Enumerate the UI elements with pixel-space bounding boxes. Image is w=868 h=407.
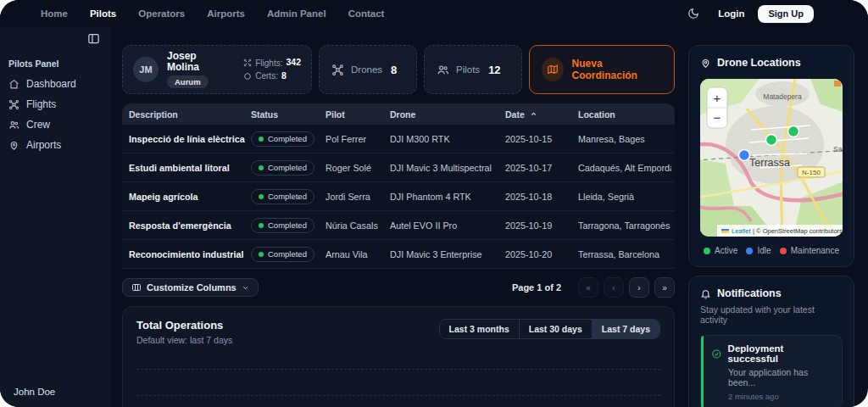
- sidebar-item-label: Airports: [26, 139, 61, 151]
- map-legend: Active Idle Maintenance: [700, 246, 843, 255]
- col-location[interactable]: Location: [575, 109, 671, 120]
- signup-button[interactable]: Sign Up: [758, 5, 814, 23]
- range-last-7-days[interactable]: Last 7 days: [592, 320, 659, 338]
- new-coordination-button[interactable]: Nueva Coordinación: [529, 45, 675, 94]
- operations-table: Description Status Pilot Drone Date Loca…: [122, 103, 675, 269]
- svg-text:N-150: N-150: [802, 169, 821, 176]
- people-icon: [437, 64, 449, 76]
- certs-value: 8: [281, 70, 287, 83]
- status-badge: Completed: [251, 160, 314, 176]
- home-icon: [8, 79, 19, 90]
- sidebar-item-dashboard[interactable]: Dashboard: [0, 74, 110, 94]
- col-status[interactable]: Status: [248, 109, 322, 120]
- pagination-last-button[interactable]: »: [654, 277, 675, 298]
- table-header: Description Status Pilot Drone Date Loca…: [122, 103, 675, 125]
- legend-item-maintenance: Maintenance: [780, 246, 839, 255]
- map[interactable]: Matadepera Terrassa Sant J N-150: [700, 79, 843, 237]
- right-column: Drone Locations: [688, 27, 868, 407]
- sidebar-item-flights[interactable]: Flights: [0, 94, 110, 114]
- certs-label: Certs:: [255, 70, 278, 82]
- sort-asc-icon: [530, 110, 537, 118]
- range-selector: Last 3 months Last 30 days Last 7 days: [439, 319, 660, 339]
- nav-item-airports[interactable]: Airports: [207, 8, 245, 19]
- chart-title: Total Operations: [136, 319, 232, 332]
- drone-locations-title: Drone Locations: [717, 57, 801, 69]
- nav-item-pilots[interactable]: Pilots: [90, 8, 116, 19]
- drones-value: 8: [391, 64, 397, 76]
- notifications-card: Notifications Stay updated with your lat…: [688, 276, 854, 407]
- login-link[interactable]: Login: [718, 8, 744, 19]
- columns-icon: [131, 282, 142, 293]
- flights-label: Flights:: [255, 57, 282, 70]
- status-badge: Completed: [251, 247, 314, 262]
- table-row[interactable]: Mapeig agrícola Completed Jordi Serra DJ…: [122, 182, 675, 211]
- operations-area-chart: [136, 382, 662, 407]
- table-row[interactable]: Resposta d'emergència Completed Núria Ca…: [122, 211, 675, 240]
- sidebar: Pilots Panel Dashboard Flights Crew Airp…: [0, 27, 110, 407]
- flights-value: 342: [286, 56, 301, 70]
- drones-stat-card: Drones 8: [319, 45, 417, 94]
- pagination-first-button[interactable]: «: [578, 277, 598, 298]
- notifications-title: Notifications: [717, 287, 782, 299]
- total-operations-card: Total Operations Default view: last 7 da…: [122, 306, 675, 407]
- pilots-label: Pilots: [456, 64, 480, 75]
- idle-dot: [746, 248, 753, 254]
- drone-marker-idle[interactable]: [739, 150, 750, 161]
- pagination-prev-button[interactable]: ‹: [604, 277, 624, 298]
- nav-item-home[interactable]: Home: [41, 8, 68, 19]
- status-badge: Completed: [251, 218, 314, 233]
- range-last-3-months[interactable]: Last 3 months: [440, 320, 519, 338]
- certs-icon: [243, 72, 252, 81]
- col-drone[interactable]: Drone: [387, 109, 502, 120]
- col-pilot[interactable]: Pilot: [322, 109, 387, 120]
- notification-item[interactable]: Deployment successful Your application h…: [700, 335, 843, 407]
- col-date[interactable]: Date: [502, 109, 575, 120]
- range-last-30-days[interactable]: Last 30 days: [519, 320, 592, 338]
- active-dot: [704, 248, 710, 254]
- pilots-value: 12: [488, 64, 500, 76]
- bell-icon: [700, 288, 711, 299]
- map-label-city: Terrassa: [749, 157, 790, 169]
- status-badge: Completed: [251, 131, 314, 147]
- status-badge: Completed: [251, 189, 314, 204]
- chart-gridline: [136, 369, 660, 370]
- top-navigation: Home Pilots Operators Airports Admin Pan…: [0, 0, 868, 27]
- drone-marker-active[interactable]: [766, 135, 777, 146]
- drone-marker-active[interactable]: [788, 126, 799, 137]
- sidebar-toggle-icon[interactable]: [87, 32, 100, 45]
- map-attribution: Leaflet | © OpenStreetMap contributors: [717, 225, 843, 237]
- table-row[interactable]: Reconocimiento industrial Completed Arna…: [122, 240, 675, 269]
- tier-badge: Aurum: [167, 75, 209, 88]
- drone-locations-card: Drone Locations: [688, 45, 854, 267]
- drone-icon: [331, 64, 344, 76]
- avatar: JM: [133, 57, 159, 82]
- map-zoom-controls[interactable]: + −: [707, 87, 727, 128]
- legend-item-active: Active: [704, 246, 737, 255]
- map-label-partial: Sant J: [833, 145, 843, 153]
- drones-label: Drones: [351, 64, 382, 75]
- chart-subtitle: Default view: last 7 days: [136, 335, 232, 345]
- road-ref-badge: N-150: [798, 167, 825, 177]
- customize-columns-button[interactable]: Customize Columns: [122, 278, 259, 297]
- pagination-next-button[interactable]: ›: [629, 277, 649, 298]
- leaflet-link[interactable]: Leaflet: [732, 227, 751, 235]
- flights-icon: [243, 59, 252, 67]
- sidebar-item-airports[interactable]: Airports: [0, 135, 110, 155]
- stats-row: JM Josep Molina Aurum Flights: 342: [122, 45, 675, 94]
- table-row[interactable]: Estudi ambiental litoral Completed Roger…: [122, 153, 675, 182]
- dark-mode-moon-icon[interactable]: [687, 8, 699, 20]
- pilot-name: Josep Molina: [167, 51, 230, 73]
- sidebar-item-label: Dashboard: [26, 78, 76, 90]
- col-description[interactable]: Description: [125, 109, 248, 120]
- sidebar-item-crew[interactable]: Crew: [0, 114, 110, 135]
- sidebar-user-name[interactable]: John Doe: [0, 387, 110, 399]
- nav-item-contact[interactable]: Contact: [348, 8, 385, 19]
- sidebar-item-label: Flights: [26, 98, 56, 110]
- nav-item-admin-panel[interactable]: Admin Panel: [267, 8, 326, 19]
- nav-item-operators[interactable]: Operators: [138, 8, 185, 19]
- map-icon: [547, 64, 559, 75]
- legend-item-idle: Idle: [746, 246, 771, 255]
- table-row[interactable]: Inspecció de línia elèctrica Completed P…: [122, 125, 675, 153]
- notifications-subtitle: Stay updated with your latest activity: [700, 304, 843, 325]
- zoom-in-button: +: [714, 91, 721, 105]
